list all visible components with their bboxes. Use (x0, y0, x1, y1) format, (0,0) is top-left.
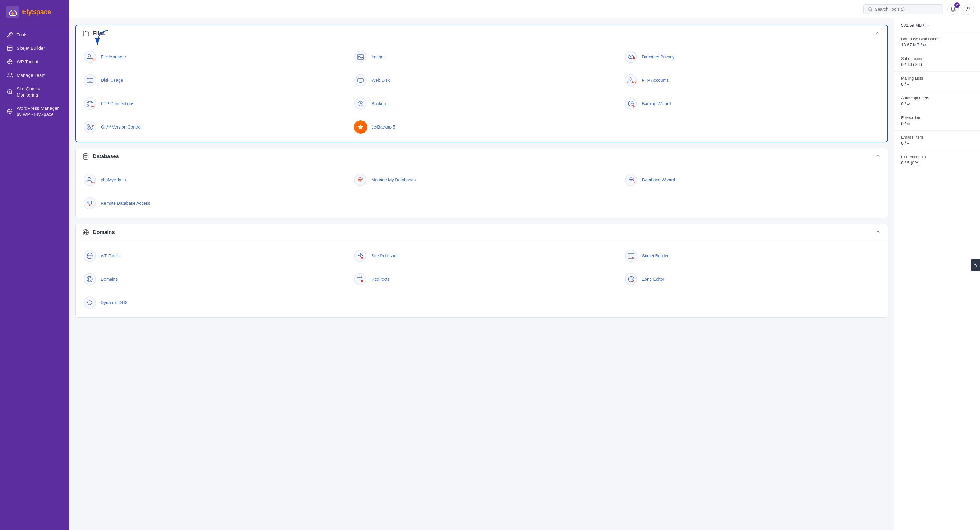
user-icon (966, 6, 971, 12)
svg-point-7 (967, 7, 969, 9)
tool-database-wizard[interactable]: Database Wizard (617, 168, 888, 192)
stats-database-disk-label: Database Disk Usage (901, 37, 973, 41)
tool-web-disk[interactable]: Web Disk (347, 69, 617, 92)
tool-phpmyadmin[interactable]: PHP phpMyAdmin (76, 168, 346, 192)
stats-disk-usage: 531.59 MB / ∞ (894, 18, 980, 32)
svg-point-58 (625, 174, 637, 186)
tool-file-manager[interactable]: FTP File Manager (76, 45, 347, 69)
stats-autoresponders-label: Autoresponders (901, 96, 973, 100)
chevron-up-icon (875, 30, 880, 36)
images-icon (354, 50, 367, 64)
wp-toolkit-domain-label: WP Toolkit (101, 253, 121, 258)
svg-point-52 (83, 154, 88, 156)
sidebar-item-tools[interactable]: Tools (0, 28, 69, 42)
databases-section-title-row: Databases (82, 153, 119, 160)
svg-point-78 (355, 273, 366, 285)
tool-wp-toolkit-domain[interactable]: WP Toolkit (76, 244, 346, 267)
tool-backup-wizard[interactable]: Backup Wizard (617, 92, 887, 115)
sidebar-item-site-quality[interactable]: Site Quality Monitoring (0, 82, 69, 101)
tool-sitejet-domain[interactable]: Sitejet Builder (617, 244, 888, 267)
redirects-icon (353, 272, 367, 286)
stats-disk-usage-value: 531.59 MB / ∞ (901, 23, 973, 28)
chevron-up-icon3 (875, 229, 881, 235)
stats-forwarders-value: 0 / ∞ (901, 121, 973, 126)
sitejet-domain-icon (624, 249, 638, 263)
sitejet-icon (7, 45, 13, 51)
folder-icon (83, 30, 89, 37)
stats-mailing-lists-label: Mailing Lists (901, 76, 973, 81)
notifications-button[interactable]: 2 (947, 4, 958, 15)
sidebar-item-sitejet[interactable]: Sitejet Builder (0, 42, 69, 55)
svg-point-26 (355, 74, 366, 86)
files-collapse-toggle[interactable] (875, 30, 880, 37)
svg-point-70 (625, 250, 637, 262)
backup-wizard-label: Backup Wizard (642, 101, 671, 106)
sidebar-tools-label: Tools (17, 32, 27, 38)
stats-email-filters-label: Email Filters (901, 135, 973, 140)
logo-icon (6, 6, 19, 18)
tool-disk-usage[interactable]: Disk Usage (76, 69, 347, 92)
stats-ftp-accounts: FTP Accounts 0 / 5 (0%) (894, 150, 980, 170)
stats-subdomains-value: 0 / 10 (0%) (901, 62, 973, 67)
tool-site-publisher[interactable]: Site Publisher (346, 244, 617, 267)
logo-text: ElySpace (22, 8, 51, 16)
sidebar-manage-team-label: Manage Team (17, 72, 46, 78)
databases-section-label: Databases (93, 153, 119, 160)
stats-ftp-accounts-label: FTP Accounts (901, 155, 973, 159)
sidebar-item-wp-manager[interactable]: WordPress Manager by WP - ElySpace (0, 101, 69, 121)
tool-images[interactable]: Images (347, 45, 617, 69)
dynamic-dns-label: Dynamic DNS (101, 300, 128, 305)
sidebar: ElySpace Tools Sitejet Builder WP Toolki… (0, 0, 69, 530)
backup-wizard-icon (624, 97, 638, 110)
svg-point-25 (90, 81, 91, 82)
tool-git-version[interactable]: FTP Git™ Version Control (76, 115, 347, 139)
search-input[interactable] (875, 7, 939, 12)
zone-editor-label: Zone Editor (642, 277, 664, 282)
tool-ftp-accounts[interactable]: FTP FTP Accounts (617, 69, 887, 92)
ftp-accounts-icon: FTP (624, 73, 638, 87)
stats-ftp-accounts-value: 0 / 5 (0%) (901, 160, 973, 165)
wp-icon (7, 59, 13, 65)
right-panel: 531.59 MB / ∞ Database Disk Usage 18.67 … (894, 18, 980, 530)
stats-autoresponders-value: 0 / ∞ (901, 101, 973, 106)
ftp-connections-label: FTP Connections (101, 101, 134, 106)
logo: ElySpace (0, 0, 69, 24)
wp-toolkit-domain-icon (83, 249, 96, 263)
git-version-label: Git™ Version Control (101, 125, 142, 129)
stats-autoresponders: Autoresponders 0 / ∞ (894, 91, 980, 111)
tool-directory-privacy[interactable]: Directory Privacy (617, 45, 887, 69)
database-wizard-icon (624, 173, 638, 187)
web-disk-icon (354, 73, 367, 87)
tool-zone-editor[interactable]: Zone Editor (617, 267, 888, 291)
domains-icon (83, 272, 96, 286)
databases-collapse-toggle[interactable] (875, 153, 881, 160)
wp-manager-icon (7, 108, 13, 114)
right-panel-toggle[interactable] (971, 259, 980, 271)
tool-redirects[interactable]: Redirects (346, 267, 617, 291)
sidebar-item-manage-team[interactable]: Manage Team (0, 69, 69, 82)
databases-section-header: Databases (76, 148, 888, 165)
svg-point-14 (355, 51, 366, 63)
tool-backup[interactable]: Backup (347, 92, 617, 115)
tool-dynamic-dns[interactable]: Dynamic DNS (76, 291, 346, 314)
redirects-label: Redirects (371, 277, 390, 282)
svg-text:FTP: FTP (91, 105, 94, 107)
tool-jetbackup[interactable]: JetBackup 5 (347, 115, 617, 139)
files-section-header: Files (76, 25, 887, 42)
tool-domains[interactable]: Domains (76, 267, 346, 291)
user-button[interactable] (963, 4, 974, 15)
svg-text:FTP: FTP (632, 81, 636, 84)
tool-ftp-connections[interactable]: FTP FTP Connections (76, 92, 347, 115)
search-icon (868, 7, 872, 12)
tool-manage-databases[interactable]: Manage My Databases (346, 168, 617, 192)
search-bar[interactable] (863, 4, 943, 14)
svg-point-6 (869, 7, 872, 10)
tool-remote-database[interactable]: Remote Database Access (76, 192, 346, 215)
domains-collapse-toggle[interactable] (875, 229, 881, 236)
chevron-up-icon2 (875, 153, 881, 159)
domains-section-label: Domains (93, 229, 115, 235)
svg-point-61 (84, 197, 95, 209)
sidebar-item-wp-toolkit[interactable]: WP Toolkit (0, 55, 69, 69)
stats-subdomains: Subdomains 0 / 10 (0%) (894, 52, 980, 72)
files-section-label: Files (93, 30, 105, 37)
